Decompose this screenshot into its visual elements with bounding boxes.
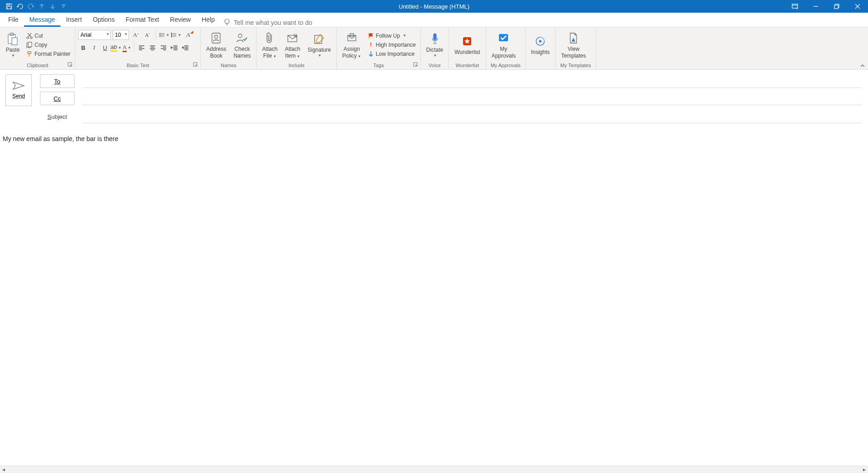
cut-icon: [26, 33, 33, 39]
low-importance-icon: [368, 51, 374, 57]
save-icon[interactable]: [5, 2, 14, 11]
cc-field[interactable]: [83, 92, 862, 105]
to-button[interactable]: To: [40, 74, 74, 88]
font-color-button[interactable]: A▼: [122, 43, 132, 53]
tell-me-search[interactable]: [224, 19, 334, 27]
tab-message[interactable]: Message: [24, 13, 61, 27]
svg-point-16: [160, 36, 161, 37]
format-painter-button[interactable]: Format Painter: [25, 50, 72, 58]
attach-item-icon: [286, 30, 298, 46]
tags-dialog-launcher-icon[interactable]: [413, 62, 419, 68]
svg-rect-4: [834, 5, 838, 9]
clipboard-dialog-launcher-icon[interactable]: [68, 62, 73, 68]
group-include: Attach File▼ Attach Item▼ Signature ▼ In…: [256, 27, 336, 69]
low-importance-button[interactable]: Low Importance: [366, 50, 418, 58]
chevron-down-icon: ▼: [11, 54, 15, 58]
basic-text-dialog-launcher-icon[interactable]: [193, 62, 198, 68]
font-name-select[interactable]: Arial ▼: [78, 30, 111, 40]
chevron-down-icon: ▼: [124, 32, 128, 36]
paste-button[interactable]: Paste ▼: [3, 30, 23, 59]
align-left-button[interactable]: [137, 43, 147, 53]
to-field[interactable]: [83, 74, 862, 88]
collapse-ribbon-icon[interactable]: [860, 63, 865, 68]
group-clipboard-label: Clipboard: [27, 63, 48, 68]
cut-button[interactable]: Cut: [25, 32, 72, 40]
shrink-font-button[interactable]: A˅: [143, 30, 153, 40]
copy-label: Copy: [35, 42, 47, 48]
numbering-button[interactable]: 123▼: [171, 30, 181, 40]
svg-rect-31: [499, 34, 508, 41]
ribbon-display-options-icon[interactable]: [784, 0, 805, 13]
chevron-down-icon: ▼: [106, 32, 109, 36]
cc-button[interactable]: Cc: [40, 92, 74, 105]
templates-icon: [569, 30, 578, 46]
view-templates-button[interactable]: View Templates: [558, 29, 589, 60]
group-tags-label: Tags: [373, 63, 384, 68]
svg-rect-2: [7, 6, 11, 9]
group-my-templates: View Templates My Templates: [556, 27, 596, 69]
signature-icon: [314, 31, 325, 47]
align-right-button[interactable]: [158, 43, 168, 53]
paste-icon: [7, 31, 19, 47]
bold-button[interactable]: B: [78, 43, 88, 53]
tab-file[interactable]: File: [3, 13, 24, 27]
check-names-button[interactable]: Check Names: [231, 29, 253, 60]
group-basic-text-label: Basic Text: [127, 63, 149, 68]
tab-format-text[interactable]: Format Text: [120, 13, 165, 27]
tab-review[interactable]: Review: [164, 13, 196, 27]
ribbon: Paste ▼ Cut Copy Format Painter Clipbo: [0, 27, 868, 70]
tab-options[interactable]: Options: [87, 13, 120, 27]
underline-button[interactable]: U: [100, 43, 110, 53]
copy-icon: [26, 42, 33, 48]
svg-rect-8: [12, 38, 17, 45]
subject-field[interactable]: [83, 110, 862, 123]
send-button[interactable]: Send: [5, 74, 32, 106]
maximize-button[interactable]: [826, 0, 847, 13]
insights-icon: [535, 34, 546, 49]
high-importance-button[interactable]: ! High Importance: [366, 41, 418, 49]
address-book-button[interactable]: Address Book: [203, 29, 229, 60]
svg-rect-29: [434, 34, 436, 40]
customize-qat-icon[interactable]: [59, 2, 68, 11]
font-name-value: Arial: [80, 32, 91, 38]
group-tags: Assign Policy▼ Follow Up▼ ! High Importa…: [337, 27, 421, 69]
svg-rect-25: [315, 35, 322, 44]
attach-item-button[interactable]: Attach Item▼: [282, 29, 303, 60]
undo-icon[interactable]: [15, 2, 25, 11]
svg-point-10: [30, 37, 32, 39]
tab-insert[interactable]: Insert: [60, 13, 87, 27]
bullets-button[interactable]: ▼: [159, 30, 169, 40]
follow-up-button[interactable]: Follow Up▼: [366, 32, 418, 40]
dictate-button[interactable]: Dictate ▼: [424, 30, 446, 59]
tab-help[interactable]: Help: [196, 13, 220, 27]
svg-rect-27: [350, 34, 354, 36]
insights-button[interactable]: Insights: [528, 33, 552, 57]
svg-point-22: [215, 35, 218, 38]
highlight-color-button[interactable]: ab▼: [111, 43, 121, 53]
subject-label: Subject: [40, 113, 74, 120]
approvals-icon: [498, 30, 509, 46]
grow-font-button[interactable]: A˄: [131, 30, 141, 40]
attach-file-button[interactable]: Attach File▼: [259, 29, 280, 60]
tell-me-input[interactable]: [234, 19, 334, 26]
clear-formatting-button[interactable]: A◢: [183, 30, 193, 40]
message-body[interactable]: My new email as sample, the bar is there: [0, 123, 868, 154]
group-clipboard: Paste ▼ Cut Copy Format Painter Clipbo: [0, 27, 75, 69]
align-center-button[interactable]: [148, 43, 158, 53]
wunderlist-button[interactable]: Wunderlist: [452, 33, 483, 57]
close-button[interactable]: [847, 0, 868, 13]
font-size-select[interactable]: 10 ▼: [113, 30, 129, 40]
compose-header: Send To Cc Subject: [0, 70, 868, 123]
decrease-indent-button[interactable]: [169, 43, 179, 53]
my-approvals-button[interactable]: My Approvals: [489, 29, 518, 60]
group-my-templates-label: My Templates: [560, 63, 591, 68]
copy-button[interactable]: Copy: [25, 41, 72, 49]
increase-indent-button[interactable]: [180, 43, 190, 53]
italic-button[interactable]: I: [89, 43, 99, 53]
group-my-approvals-label: My Approvals: [491, 63, 521, 68]
signature-button[interactable]: Signature ▼: [305, 30, 333, 59]
assign-policy-button[interactable]: Assign Policy▼: [340, 29, 364, 60]
body-text: My new email as sample, the bar is there: [3, 135, 118, 142]
svg-point-14: [160, 33, 161, 34]
minimize-button[interactable]: [805, 0, 826, 13]
